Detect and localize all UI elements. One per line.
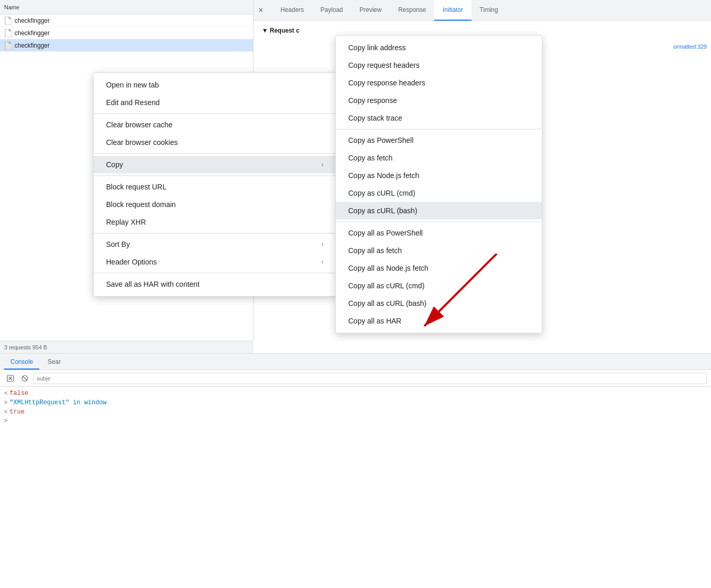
menu-copy-powershell[interactable]: Copy as PowerShell [336,131,542,149]
separator-4 [94,233,336,233]
tab-timing[interactable]: Timing [471,0,507,21]
console-value-3: true [10,408,25,416]
right-separator-1 [336,129,542,129]
menu-copy-all-curl-bash[interactable]: Copy all as cURL (bash) [336,295,542,312]
menu-open-new-tab[interactable]: Open in new tab [94,76,336,94]
right-separator-2 [336,222,542,222]
menu-clear-cookies[interactable]: Clear browser cookies [94,134,336,151]
console-value-1: false [10,390,28,397]
menu-copy-response-headers[interactable]: Copy response headers [336,74,542,92]
menu-open-new-tab-label: Open in new tab [106,81,159,89]
sort-arrow-icon: › [321,241,323,248]
separator-5 [94,273,336,273]
clear-icon [7,375,14,382]
console-line-1: < false [4,389,707,398]
arrow-prompt: > [4,418,8,424]
svg-line-4 [23,376,27,380]
console-tab-bar: Console Sear [0,354,711,370]
menu-header-options[interactable]: Header Options › [94,253,336,271]
network-row-2[interactable]: checkfingger [0,27,253,39]
menu-copy-all-curl-cmd-label: Copy all as cURL (cmd) [348,282,424,290]
console-block-button[interactable] [19,372,31,385]
console-filter-input[interactable] [33,373,707,384]
menu-block-url[interactable]: Block request URL [94,178,336,196]
menu-copy-curl-bash[interactable]: Copy as cURL (bash) [336,202,542,219]
menu-copy-label: Copy [106,160,123,169]
console-clear-button[interactable] [4,372,17,385]
tab-initiator[interactable]: Initiator [434,0,471,21]
tab-headers[interactable]: Headers [272,0,312,21]
right-context-menu: Copy link address Copy request headers C… [335,35,542,333]
menu-copy-all-curl-cmd[interactable]: Copy all as cURL (cmd) [336,277,542,295]
menu-header-options-label: Header Options [106,258,157,266]
arrow-left-1: < [4,390,8,396]
network-row-3[interactable]: checkfingger [0,39,253,52]
network-row-3-name: checkfingger [14,42,50,49]
separator-3 [94,175,336,176]
menu-copy-link-address[interactable]: Copy link address [336,39,542,56]
menu-copy-nodejs-fetch[interactable]: Copy as Node.js fetch [336,167,542,184]
menu-block-domain[interactable]: Block request domain [94,196,336,213]
arrow-right-2: > [4,400,8,406]
menu-copy-response[interactable]: Copy response [336,92,542,109]
file-icon-3 [4,41,11,50]
menu-clear-cookies-label: Clear browser cookies [106,138,178,146]
menu-save-har[interactable]: Save all as HAR with content [94,275,336,293]
arrow-left-3: < [4,409,8,415]
separator-2 [94,153,336,154]
section-header: ▼ Request c [262,25,703,36]
menu-copy-request-headers-label: Copy request headers [348,61,420,69]
tab-response[interactable]: Response [390,0,434,21]
menu-copy-all-fetch[interactable]: Copy all as fetch [336,242,542,259]
tab-preview[interactable]: Preview [351,0,390,21]
copy-arrow-icon: › [321,161,323,168]
menu-copy-fetch[interactable]: Copy as fetch [336,149,542,167]
console-toolbar [0,370,711,387]
menu-edit-resend-label: Edit and Resend [106,98,160,107]
console-value-2: "XMLHttpRequest" in window [10,399,107,406]
menu-copy-all-har[interactable]: Copy all as HAR [336,312,542,330]
console-content: < false > "XMLHttpRequest" in window < t… [0,387,711,427]
menu-copy-all-nodejs-fetch[interactable]: Copy all as Node.js fetch [336,259,542,277]
menu-block-domain-label: Block request domain [106,200,176,209]
tab-payload[interactable]: Payload [312,0,351,21]
file-icon-2 [4,29,11,37]
menu-copy-all-fetch-label: Copy all as fetch [348,246,402,255]
console-line-4: > [4,417,707,425]
console-panel: Console Sear < false > "XMLHttpRequest" … [0,353,711,588]
left-context-menu: Open in new tab Edit and Resend Clear br… [93,72,336,297]
menu-copy-fetch-label: Copy as fetch [348,154,393,162]
console-line-2: > "XMLHttpRequest" in window [4,398,707,407]
menu-sort-by-label: Sort By [106,240,130,248]
menu-copy-all-nodejs-fetch-label: Copy all as Node.js fetch [348,264,428,272]
menu-save-har-label: Save all as HAR with content [106,280,200,288]
menu-copy-stack-trace[interactable]: Copy stack trace [336,109,542,127]
menu-clear-cache[interactable]: Clear browser cache [94,116,336,134]
menu-copy[interactable]: Copy › [94,156,336,173]
file-icon-1 [4,17,11,25]
menu-copy-request-headers[interactable]: Copy request headers [336,56,542,74]
menu-copy-curl-cmd[interactable]: Copy as cURL (cmd) [336,184,542,202]
header-options-arrow-icon: › [321,258,323,266]
block-icon [21,375,28,382]
network-column-header: Name [0,0,253,14]
console-tab-search[interactable]: Sear [41,355,67,370]
menu-copy-all-powershell[interactable]: Copy all as PowerShell [336,224,542,242]
menu-sort-by[interactable]: Sort By › [94,236,336,253]
menu-copy-link-address-label: Copy link address [348,43,406,52]
network-row-1-name: checkfingger [14,17,50,24]
network-row-1[interactable]: checkfingger [0,14,253,27]
menu-replay-xhr[interactable]: Replay XHR [94,213,336,231]
menu-copy-curl-cmd-label: Copy as cURL (cmd) [348,189,415,197]
menu-copy-all-har-label: Copy all as HAR [348,317,402,325]
console-tab-console[interactable]: Console [4,355,39,370]
menu-edit-resend[interactable]: Edit and Resend [94,94,336,111]
menu-copy-stack-trace-label: Copy stack trace [348,114,402,122]
menu-copy-response-headers-label: Copy response headers [348,79,425,87]
menu-copy-powershell-label: Copy as PowerShell [348,136,413,144]
close-tab-button[interactable]: × [254,3,268,18]
menu-copy-all-curl-bash-label: Copy all as cURL (bash) [348,299,426,307]
menu-copy-response-label: Copy response [348,96,397,105]
menu-block-url-label: Block request URL [106,183,167,191]
console-line-3: < true [4,407,707,417]
